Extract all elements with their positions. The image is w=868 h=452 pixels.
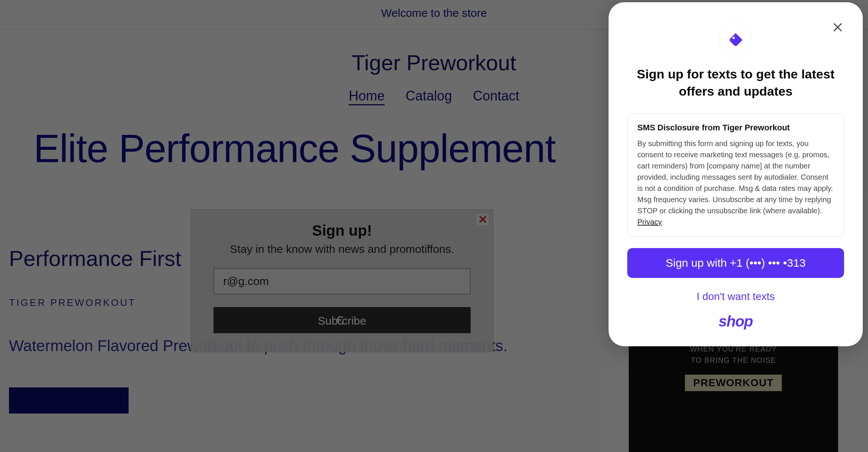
signup-modal: ✕ Sign up! Stay in the know with news an… — [191, 209, 493, 352]
sms-disclosure-title: SMS Disclosure from Tiger Preworkout — [637, 123, 834, 138]
product-tagline-2: TO BRING THE NOISE — [629, 356, 838, 365]
sms-close-button[interactable] — [829, 19, 846, 36]
tag-icon — [727, 32, 744, 48]
privacy-link[interactable]: Privacy — [637, 218, 662, 226]
svg-point-0 — [733, 37, 735, 39]
sms-tag-icon-wrap — [719, 23, 752, 57]
sms-disclosure-box: SMS Disclosure from Tiger Preworkout By … — [627, 114, 844, 237]
signup-title: Sign up! — [213, 216, 471, 243]
nav-contact[interactable]: Contact — [473, 88, 519, 104]
sms-disclosure-body: By submitting this form and signing up f… — [637, 138, 834, 227]
signup-subtitle: Stay in the know with news and promotiff… — [213, 243, 471, 268]
nav-catalog[interactable]: Catalog — [406, 88, 452, 104]
subscribe-button[interactable]: Sub€cribe — [213, 307, 471, 333]
nav-home[interactable]: Home — [349, 88, 385, 104]
sms-title: Sign up for texts to get the latest offe… — [627, 66, 844, 114]
sms-signup-panel: Sign up for texts to get the latest offe… — [609, 2, 863, 346]
close-icon — [832, 21, 844, 33]
signup-email-input[interactable] — [213, 268, 471, 294]
sms-decline-link[interactable]: I don't want texts — [627, 278, 844, 313]
signup-close-button[interactable]: ✕ — [476, 213, 489, 226]
feature-cta-button[interactable] — [9, 387, 129, 414]
shop-logo: shop — [627, 313, 844, 330]
close-icon: ✕ — [478, 213, 487, 226]
product-type-badge: PREWORKOUT — [685, 375, 782, 391]
subscribe-button-label: Sub€cribe — [318, 313, 366, 328]
sms-signup-button[interactable]: Sign up with +1 (•••) ••• •313 — [627, 248, 844, 278]
